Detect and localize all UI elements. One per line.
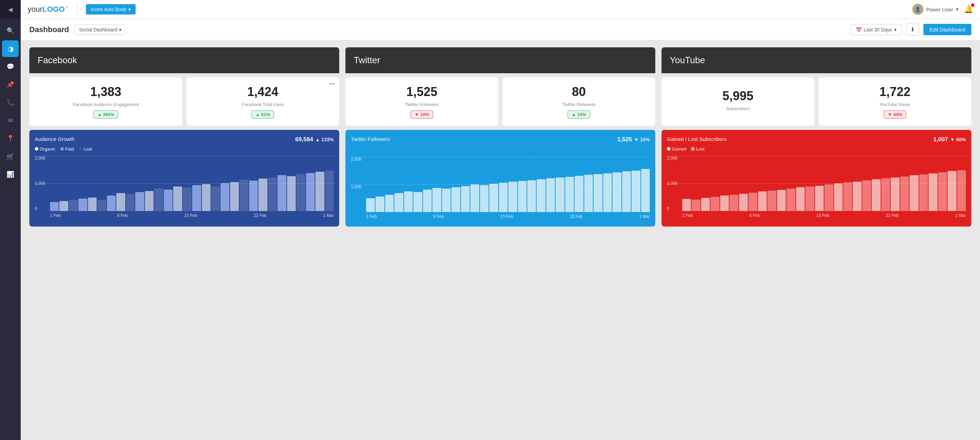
twitter-stat-card-2: 80 Twitter Retweets ▲ 15%: [503, 77, 655, 126]
twitter-legend-spacer: [351, 147, 650, 157]
chat-icon: 💬: [6, 63, 14, 70]
youtube-dashed-line-mid: [667, 183, 966, 184]
reports-icon: 📊: [6, 171, 14, 178]
facebook-dashed-line-mid: [35, 183, 334, 184]
youtube-stat-card-2: 1,722 YouTube Views ▼ 44%: [819, 77, 971, 126]
main-area: yourLOGO™ Acme Auto Body ▾ 👤 Power User …: [21, 0, 980, 440]
date-range-chevron-icon: ▾: [894, 27, 896, 32]
chevron-left-icon: ◀: [8, 6, 13, 13]
sidebar-item-email[interactable]: ✉: [2, 112, 19, 129]
facebook-stat-card-1: 1,383 Facebook Audience Engagement ▲ 392…: [29, 77, 182, 126]
sidebar-item-search[interactable]: 🔍: [2, 22, 19, 39]
twitter-chart-stat: 1,525 ▼ 10%: [617, 136, 650, 143]
twitter-stat1-badge: ▼ 10%: [410, 110, 433, 118]
twitter-chart-area: 2,0001,000: [351, 157, 650, 212]
facebook-x-labels: 1 Feb8 Feb15 Feb22 Feb1 Mar: [50, 213, 334, 218]
page-title: Dashboard: [29, 25, 69, 34]
facebook-chart-stat: 69,584 ▲ 133%: [295, 136, 334, 143]
facebook-chart-card: Audience Growth 69,584 ▲ 133% Organic Pa…: [29, 130, 339, 226]
facebook-dashed-line-top: [35, 156, 334, 156]
twitter-stat2-label: Twitter Retweets: [562, 102, 595, 107]
twitter-stat-cards: 1,525 Twitter Followers ▼ 10% 80 Twitter…: [345, 77, 655, 126]
facebook-stat1-badge: ▲ 392%: [94, 110, 118, 118]
sidebar-item-dashboard[interactable]: ◑: [2, 40, 19, 57]
dashboard-selector[interactable]: Social Dashboard ▾: [75, 24, 126, 35]
youtube-chart-stat: 1,007 ▼ 60%: [934, 136, 966, 143]
facebook-section: Facebook 1,383 Facebook Audience Engagem…: [29, 47, 339, 226]
sidebar-nav: 🔍 ◑ 💬 📌 📞 ✉ 📍 🛒 📊: [0, 19, 21, 183]
email-icon: ✉: [8, 117, 13, 124]
facebook-chart-title: Audience Growth: [35, 136, 75, 142]
dashboard-header: Dashboard Social Dashboard ▾ 📅 Last 30 D…: [21, 19, 980, 40]
sidebar-toggle[interactable]: ◀: [0, 0, 21, 19]
youtube-chart-card: Gained / Lost Subscribers 1,007 ▼ 60% Ga…: [662, 130, 971, 226]
legend-lost: Lost: [691, 147, 705, 151]
legend-paid: Paid: [60, 147, 74, 151]
topbar: yourLOGO™ Acme Auto Body ▾ 👤 Power User …: [21, 0, 980, 19]
facebook-stat2-options[interactable]: •••: [329, 81, 335, 87]
twitter-x-labels: 1 Feb8 Feb15 Feb22 Feb1 Mar: [366, 214, 650, 219]
youtube-chart-area: 2,0001,0000: [667, 156, 966, 211]
facebook-chart-value: 69,584: [295, 136, 313, 143]
twitter-section-header: Twitter: [345, 47, 655, 73]
topbar-right: 👤 Power User ▾ 🔔: [912, 4, 973, 15]
twitter-chart-header: Twitter Followers 1,525 ▼ 10%: [351, 136, 650, 143]
facebook-stat1-value: 1,383: [90, 84, 121, 99]
twitter-title: Twitter: [354, 55, 380, 65]
sidebar-item-reports[interactable]: 📊: [2, 166, 19, 183]
edit-dashboard-button[interactable]: Edit Dashboard: [923, 24, 971, 35]
download-button[interactable]: ⬇: [906, 24, 919, 35]
facebook-chart-area: 2,0001,0000: [35, 156, 334, 211]
facebook-stat2-label: Facebook Total Likes: [242, 102, 284, 107]
facebook-stat1-label: Facebook Audience Engagement: [73, 102, 139, 107]
youtube-stat2-label: YouTube Views: [880, 102, 910, 107]
sidebar-item-phone[interactable]: 📞: [2, 94, 19, 111]
youtube-stat2-value: 1,722: [879, 84, 910, 99]
twitter-stat2-badge: ▲ 15%: [568, 110, 590, 118]
youtube-title: YouTube: [670, 55, 705, 65]
facebook-chart-header: Audience Growth 69,584 ▲ 133%: [35, 136, 334, 143]
sidebar-item-social[interactable]: 📌: [2, 77, 19, 93]
twitter-chart-value: 1,525: [617, 136, 632, 143]
location-icon: 📍: [6, 135, 14, 142]
twitter-stat1-label: Twitter Followers: [405, 102, 439, 107]
facebook-stat-card-2: ••• 1,424 Facebook Total Likes ▲ 51%: [186, 77, 339, 126]
legend-lost: Lost: [79, 147, 92, 151]
youtube-stat2-badge: ▼ 44%: [884, 110, 906, 118]
dashboard-selector-label: Social Dashboard: [79, 27, 117, 32]
notifications[interactable]: 🔔: [964, 5, 973, 14]
date-range-button[interactable]: 📅 Last 30 Days ▾: [851, 24, 902, 35]
youtube-stat-card-1: 5,995 Subscribers: [662, 77, 815, 126]
facebook-stat-cards: 1,383 Facebook Audience Engagement ▲ 392…: [29, 77, 339, 126]
chevron-down-icon: ▾: [128, 6, 131, 12]
youtube-stat-cards: 5,995 Subscribers 1,722 YouTube Views ▼ …: [662, 77, 971, 126]
facebook-title: Facebook: [38, 55, 77, 65]
company-selector-button[interactable]: Acme Auto Body ▾: [86, 4, 136, 14]
youtube-chart-legend: Gained Lost: [667, 147, 966, 151]
phone-icon: 📞: [6, 99, 14, 106]
user-name: Power User: [926, 6, 953, 13]
user-menu[interactable]: 👤 Power User ▾: [912, 4, 959, 15]
search-icon: 🔍: [6, 27, 14, 35]
twitter-chart-title: Twitter Followers: [351, 136, 390, 142]
pin-icon: 📌: [6, 81, 14, 88]
sidebar-item-location[interactable]: 📍: [2, 130, 19, 147]
youtube-chart-pct: ▼ 60%: [950, 137, 966, 142]
youtube-section-header: YouTube: [662, 47, 971, 73]
sidebar-item-cart[interactable]: 🛒: [2, 148, 19, 165]
sidebar-item-chat[interactable]: 💬: [2, 58, 19, 75]
facebook-stat2-badge: ▲ 51%: [251, 110, 274, 118]
twitter-dashed-line-top: [351, 157, 650, 157]
notification-badge: [971, 3, 974, 7]
twitter-chart-card: Twitter Followers 1,525 ▼ 10% 2,0001,000: [345, 130, 655, 226]
download-icon: ⬇: [910, 27, 915, 32]
cart-icon: 🛒: [6, 153, 14, 160]
logo-divider: [77, 4, 77, 14]
facebook-chart-legend: Organic Paid Lost: [35, 147, 334, 151]
dashboard-icon: ◑: [8, 45, 13, 53]
logo-logo: LOGO: [43, 5, 65, 13]
legend-organic: Organic: [35, 147, 56, 151]
twitter-stat2-value: 80: [572, 84, 585, 99]
twitter-stat-card-1: 1,525 Twitter Followers ▼ 10%: [345, 77, 498, 126]
legend-gained: Gained: [667, 147, 686, 151]
